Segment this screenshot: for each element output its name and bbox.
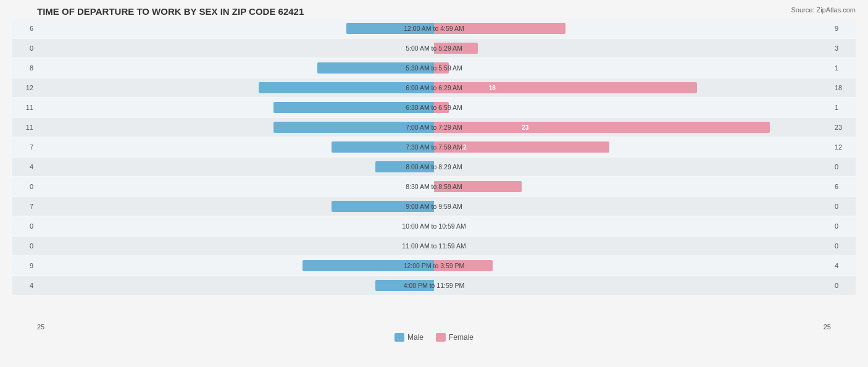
female-value-label: 18: [831, 84, 856, 91]
female-value-label: 4: [831, 262, 856, 269]
female-badge: 12: [457, 144, 469, 151]
male-bar: [317, 62, 434, 74]
male-value-label: 9: [12, 262, 37, 269]
female-bar: [434, 181, 522, 192]
female-value-label: 1: [831, 64, 856, 72]
chart-row: 117:00 AM to 7:29 AM2323: [12, 118, 856, 137]
source-text: Source: ZipAtlas.com: [791, 6, 856, 14]
legend-area: Male Female: [12, 333, 856, 342]
female-bar: 12: [434, 141, 609, 153]
chart-row: 44:00 PM to 11:59 PM0: [12, 276, 856, 295]
female-bar: [434, 102, 449, 113]
chart-row: 011:00 AM to 11:59 AM0: [12, 237, 856, 255]
female-value-label: 12: [831, 143, 856, 151]
female-value-label: 3: [831, 44, 856, 52]
male-value-label: 12: [12, 84, 37, 91]
bars-center: 4:00 PM to 11:59 PM: [37, 276, 831, 295]
bars-center: 5:30 AM to 5:59 AM: [37, 59, 831, 77]
chart-row: 126:00 AM to 6:29 AM1818: [12, 78, 856, 97]
male-value-label: 7: [12, 143, 37, 151]
bars-center: 5:00 AM to 5:29 AM: [37, 39, 831, 57]
male-value-label: 11: [12, 104, 37, 111]
chart-row: 612:00 AM to 4:59 AM9: [12, 19, 856, 38]
chart-row: 010:00 AM to 10:59 AM0: [12, 217, 856, 235]
axis-left-label: 25: [37, 323, 44, 331]
axis-labels: 25 25: [12, 323, 856, 331]
row-label: 11:00 AM to 11:59 AM: [402, 242, 465, 250]
chart-row: 05:00 AM to 5:29 AM3: [12, 39, 856, 57]
female-value-label: 0: [831, 203, 856, 210]
male-value-label: 4: [12, 282, 37, 289]
legend-female-label: Female: [449, 333, 474, 342]
male-value-label: 0: [12, 183, 37, 190]
bars-center: 6:00 AM to 6:29 AM18: [37, 78, 831, 97]
male-bar: [273, 122, 434, 133]
bars-center: 8:00 AM to 8:29 AM: [37, 158, 831, 176]
chart-row: 77:30 AM to 7:59 AM1212: [12, 138, 856, 156]
male-bar: [375, 280, 434, 291]
female-value-label: 0: [831, 222, 856, 230]
chart-area: 612:00 AM to 4:59 AM905:00 AM to 5:29 AM…: [12, 19, 856, 322]
bars-center: 10:00 AM to 10:59 AM: [37, 217, 831, 235]
male-value-label: 7: [12, 203, 37, 210]
male-value-label: 11: [12, 124, 37, 131]
female-value-label: 0: [831, 163, 856, 171]
male-value-label: 8: [12, 64, 37, 72]
bars-center: 9:00 AM to 9:59 AM: [37, 197, 831, 216]
chart-title: TIME OF DEPARTURE TO WORK BY SEX IN ZIP …: [12, 6, 856, 17]
bars-center: 8:30 AM to 8:59 AM: [37, 177, 831, 196]
bars-center: 12:00 PM to 3:59 PM: [37, 256, 831, 275]
legend-male-label: Male: [407, 333, 424, 342]
male-value-label: 6: [12, 25, 37, 32]
male-bar: [259, 82, 434, 93]
female-bar: [434, 260, 493, 271]
female-bar: 18: [434, 82, 697, 93]
row-label: 10:00 AM to 10:59 AM: [402, 222, 465, 230]
female-value-label: 1: [831, 104, 856, 111]
female-value-label: 9: [831, 25, 856, 32]
legend-female-box: [436, 333, 446, 342]
female-value-label: 6: [831, 183, 856, 190]
bars-center: 11:00 AM to 11:59 AM: [37, 237, 831, 255]
male-bar: [346, 23, 434, 34]
chart-row: 79:00 AM to 9:59 AM0: [12, 197, 856, 216]
male-value-label: 4: [12, 163, 37, 171]
female-value-label: 0: [831, 282, 856, 289]
female-bar: 23: [434, 122, 770, 133]
female-bar: [434, 43, 478, 54]
legend-male: Male: [394, 333, 424, 342]
male-bar: [332, 201, 434, 212]
chart-container: TIME OF DEPARTURE TO WORK BY SEX IN ZIP …: [0, 0, 868, 367]
male-value-label: 0: [12, 242, 37, 250]
male-value-label: 0: [12, 44, 37, 52]
axis-right-label: 25: [824, 323, 831, 331]
female-bar: [434, 62, 449, 74]
female-value-label: 23: [831, 124, 856, 131]
bars-center: 7:00 AM to 7:29 AM23: [37, 118, 831, 137]
legend-male-box: [394, 333, 404, 342]
bars-center: 12:00 AM to 4:59 AM: [37, 19, 831, 38]
female-value-label: 0: [831, 242, 856, 250]
chart-row: 912:00 PM to 3:59 PM4: [12, 256, 856, 275]
chart-row: 08:30 AM to 8:59 AM6: [12, 177, 856, 196]
female-badge: 18: [486, 85, 498, 91]
female-badge: 23: [519, 124, 531, 131]
male-bar: [303, 260, 434, 271]
legend-female: Female: [436, 333, 474, 342]
male-bar: [273, 102, 434, 113]
bars-center: 7:30 AM to 7:59 AM12: [37, 138, 831, 156]
male-bar: [332, 141, 434, 153]
male-value-label: 0: [12, 222, 37, 230]
chart-row: 85:30 AM to 5:59 AM1: [12, 59, 856, 77]
chart-row: 116:30 AM to 6:59 AM1: [12, 98, 856, 117]
chart-row: 48:00 AM to 8:29 AM0: [12, 158, 856, 176]
female-bar: [434, 23, 565, 34]
bars-center: 6:30 AM to 6:59 AM: [37, 98, 831, 117]
male-bar: [375, 161, 434, 172]
